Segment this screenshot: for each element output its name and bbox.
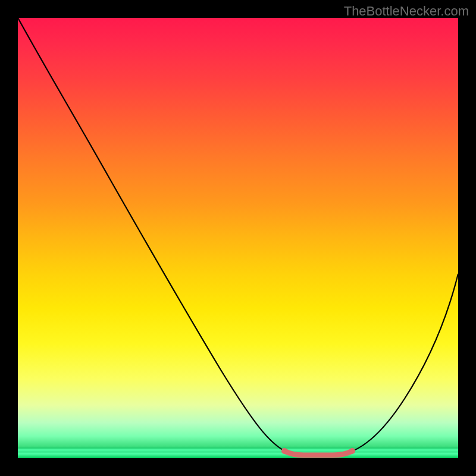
highlight-dot-right <box>349 448 355 454</box>
frame-right <box>458 0 476 476</box>
watermark-text: TheBottleNecker.com <box>344 4 469 19</box>
frame-bottom <box>0 458 476 476</box>
curve-svg <box>18 18 458 458</box>
plot-area <box>18 18 458 458</box>
optimal-range-highlight <box>284 451 352 455</box>
highlight-dot-left <box>281 448 287 454</box>
frame-left <box>0 0 18 476</box>
bottleneck-curve-line <box>18 18 458 455</box>
